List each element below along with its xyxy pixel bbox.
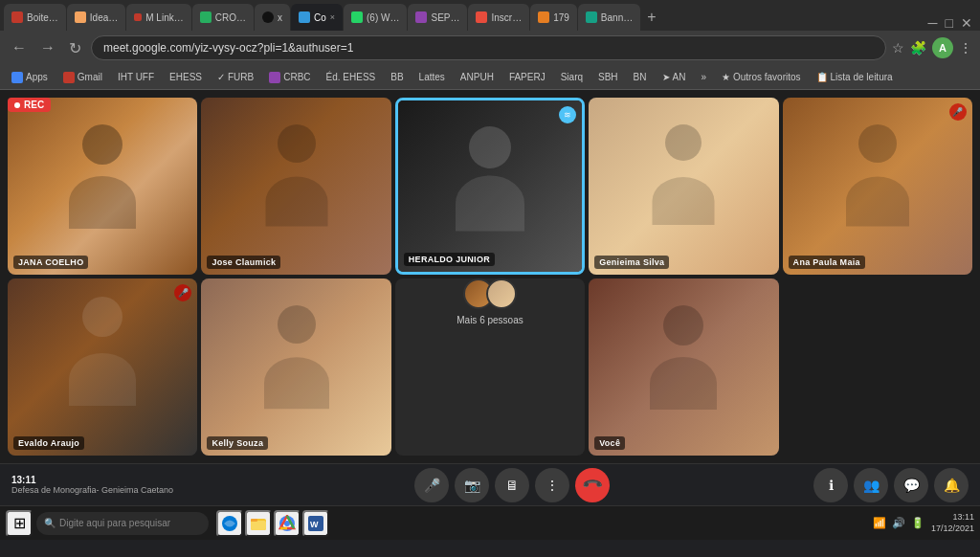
- tab-favicon: [586, 11, 597, 23]
- tab-idea[interactable]: Idea…: [67, 4, 125, 31]
- video-cell-voce[interactable]: Você: [589, 278, 778, 456]
- taskbar: ⊞ 🔍 Digite aqui para pesquisar W 📶 🔊 🔋 1…: [0, 505, 980, 540]
- participant-video-2: [201, 98, 390, 275]
- bookmark-label: BN: [634, 72, 647, 82]
- maximize-button[interactable]: □: [942, 15, 957, 31]
- video-cell-jana[interactable]: JANA COELHO: [8, 98, 197, 275]
- bookmark-sbh[interactable]: SBH: [592, 70, 624, 84]
- menu-button[interactable]: ⋮: [959, 40, 972, 56]
- bookmark-siarq[interactable]: Siarq: [555, 70, 589, 84]
- bookmark-lista[interactable]: 📋 Lista de leitura: [811, 70, 899, 84]
- toolbar-right: ℹ 👥 💬 🔔: [813, 468, 969, 502]
- profile-button[interactable]: A: [932, 37, 953, 58]
- bookmark-an[interactable]: ➤ AN: [657, 70, 692, 84]
- bookmarks-bar: Apps Gmail IHT UFF EHESS ✓ FURB CRBC Éd.…: [0, 65, 980, 90]
- more-people-label: Mais 6 pessoas: [457, 315, 523, 325]
- tab-label: CRO…: [215, 12, 246, 23]
- start-button[interactable]: ⊞: [6, 510, 33, 537]
- bookmark-ehess2[interactable]: Éd. EHESS: [321, 70, 382, 84]
- bookmark-crbc[interactable]: CRBC: [263, 70, 316, 85]
- back-button[interactable]: ←: [8, 37, 31, 58]
- meet-info: 13:11 Defesa de Monografia- Genieima Cae…: [11, 475, 203, 495]
- more-icon: ⋮: [546, 478, 559, 493]
- bookmark-bb[interactable]: BB: [385, 70, 409, 84]
- tab-link[interactable]: M Link…: [126, 4, 190, 31]
- present-button[interactable]: 🖥: [495, 468, 529, 502]
- tab-favicon: [476, 11, 487, 23]
- video-cell-evaldo[interactable]: 🎤 Evaldo Araujo: [8, 278, 197, 456]
- participant-name-2: Jose Claumick: [207, 256, 280, 269]
- more-options-button[interactable]: ⋮: [535, 468, 569, 502]
- video-cell-ana[interactable]: 🎤 Ana Paula Maia: [783, 98, 972, 275]
- tab-cro[interactable]: CRO…: [192, 4, 254, 31]
- microphone-button[interactable]: 🎤: [414, 468, 449, 502]
- bookmark-furb[interactable]: ✓ FURB: [212, 70, 259, 84]
- forward-button[interactable]: →: [36, 37, 59, 58]
- bookmark-bn[interactable]: BN: [628, 70, 653, 84]
- tab-179[interactable]: 179: [530, 4, 577, 31]
- participant-name-4: Genieima Silva: [594, 256, 669, 269]
- tab-sep[interactable]: SEP…: [408, 4, 467, 31]
- info-button[interactable]: ℹ: [813, 468, 848, 502]
- minimize-button[interactable]: ─: [924, 15, 942, 31]
- new-tab-button[interactable]: +: [641, 4, 661, 31]
- participant-video-1: [8, 98, 197, 275]
- system-tray: 📶 🔊 🔋: [872, 516, 925, 531]
- tab-favicon: [538, 11, 549, 23]
- video-cell-more[interactable]: Mais 6 pessoas: [395, 278, 585, 456]
- taskbar-edge-icon[interactable]: [216, 510, 243, 537]
- bookmark-ehess[interactable]: EHESS: [164, 70, 208, 84]
- bookmark-star-button[interactable]: ☆: [892, 40, 904, 56]
- taskbar-word-icon[interactable]: W: [302, 510, 329, 537]
- bookmark-label: BB: [390, 72, 403, 82]
- tab-label: x: [278, 12, 282, 23]
- tab-bann[interactable]: Bann…: [578, 4, 640, 31]
- bookmark-more[interactable]: »: [695, 70, 712, 84]
- tab-favicon: [415, 11, 427, 23]
- taskbar-search-box[interactable]: 🔍 Digite aqui para pesquisar: [36, 512, 209, 535]
- camera-button[interactable]: 📷: [455, 468, 489, 502]
- address-input[interactable]: [91, 35, 886, 60]
- bookmark-ihtuff[interactable]: IHT UFF: [112, 70, 160, 84]
- tab-boite[interactable]: Boite…: [4, 4, 66, 31]
- tab-whatsapp[interactable]: (6) W…: [344, 4, 407, 31]
- taskbar-explorer-icon[interactable]: [245, 510, 272, 537]
- bookmark-lattes[interactable]: Lattes: [413, 70, 451, 84]
- bookmark-gmail[interactable]: Gmail: [57, 70, 108, 85]
- participant-name-7: Kelly Souza: [207, 436, 268, 450]
- participants-button[interactable]: 👥: [854, 468, 888, 502]
- close-button[interactable]: ✕: [957, 15, 976, 31]
- bookmark-apps[interactable]: Apps: [6, 70, 54, 85]
- bookmark-faperj[interactable]: FAPERJ: [503, 70, 551, 84]
- reload-button[interactable]: ↻: [65, 37, 85, 59]
- tab-bar: Boite… Idea… M Link… CRO… x Co × (6) W…: [0, 0, 980, 31]
- video-cell-heraldo[interactable]: ≋ HERALDO JUNIOR: [395, 98, 585, 275]
- meet-meeting-title: Defesa de Monografia- Genieima Caetano: [11, 485, 203, 495]
- bookmark-outros[interactable]: ★ Outros favoritos: [716, 70, 807, 84]
- present-icon: 🖥: [505, 478, 519, 493]
- participant-video-6: [8, 278, 197, 456]
- clock-date: 17/12/2021: [931, 524, 974, 535]
- video-cell-kelly[interactable]: Kelly Souza: [201, 278, 390, 456]
- bookmark-label: ANPUH: [460, 72, 494, 82]
- tab-inscr[interactable]: Inscr…: [468, 4, 529, 31]
- end-call-button[interactable]: 📞: [575, 468, 610, 502]
- more-people-content: Mais 6 pessoas: [395, 278, 585, 325]
- bookmark-label: Apps: [26, 72, 48, 82]
- video-cell-jose[interactable]: Jose Claumick: [201, 98, 390, 275]
- video-cell-genieima[interactable]: Genieima Silva: [589, 98, 778, 275]
- extensions-button[interactable]: 🧩: [910, 40, 926, 56]
- tab-x[interactable]: x: [255, 4, 290, 31]
- tab-close-icon[interactable]: ×: [330, 12, 335, 22]
- bookmark-anpuh[interactable]: ANPUH: [455, 70, 500, 84]
- tab-co[interactable]: Co ×: [291, 4, 343, 31]
- svg-rect-3: [251, 519, 257, 522]
- taskbar-chrome-icon[interactable]: [274, 510, 301, 537]
- taskbar-clock[interactable]: 13:11 17/12/2021: [931, 512, 974, 534]
- bookmark-label: FURB: [228, 72, 254, 82]
- activities-button[interactable]: 🔔: [934, 468, 969, 502]
- bookmark-label: Outros favoritos: [733, 72, 801, 82]
- search-placeholder: Digite aqui para pesquisar: [59, 518, 170, 528]
- chat-button[interactable]: 💬: [894, 468, 928, 502]
- camera-icon: 📷: [464, 478, 480, 493]
